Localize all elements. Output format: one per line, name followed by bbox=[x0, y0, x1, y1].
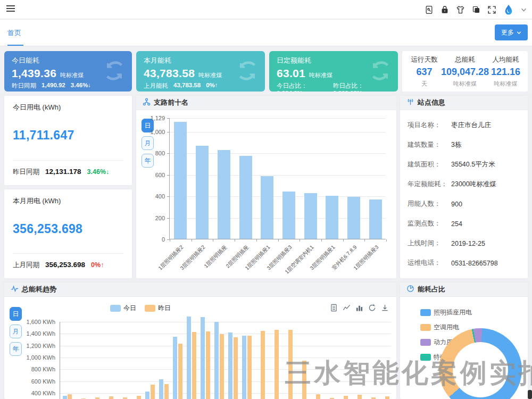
trend-bar-昨日[interactable] bbox=[68, 394, 72, 399]
tool-clipboard-icon[interactable] bbox=[425, 5, 434, 14]
card-value: 11,711.647 bbox=[13, 128, 123, 143]
panel-title: 能耗占比 bbox=[418, 285, 445, 294]
trend-bar-昨日[interactable] bbox=[358, 395, 362, 399]
copy-icon[interactable] bbox=[472, 5, 480, 14]
trend-bar-今日[interactable] bbox=[242, 336, 246, 399]
org-chart-icon bbox=[143, 98, 151, 107]
panel-title: 支路前十名 bbox=[154, 98, 188, 107]
menu-toggle-icon[interactable] bbox=[6, 5, 15, 13]
kpi-card-today-energy: 今日能耗 1,439.36吨标准煤 昨日同期1,490.923.46%↓ bbox=[4, 51, 132, 92]
trend-bar-今日[interactable] bbox=[173, 337, 177, 399]
trend-bar-昨日[interactable] bbox=[192, 332, 196, 399]
trend-bar-今日[interactable] bbox=[214, 322, 219, 399]
trend-bar-昨日[interactable] bbox=[316, 394, 320, 399]
trend-bar-今日[interactable] bbox=[187, 317, 191, 399]
branch-bar[interactable] bbox=[326, 196, 338, 239]
card-value: 356,253.698 bbox=[13, 222, 123, 236]
branch-bar[interactable] bbox=[196, 146, 209, 239]
pie-chart-icon bbox=[406, 285, 414, 294]
site-info-row: 项目名称：枣庄市台儿庄 bbox=[408, 115, 520, 135]
trend-bar-昨日[interactable] bbox=[95, 397, 99, 399]
trend-bar-昨日[interactable] bbox=[220, 334, 224, 399]
legend-item-yesterday[interactable]: 昨日 bbox=[145, 304, 171, 313]
trend-bar-昨日[interactable] bbox=[109, 396, 113, 399]
pie-legend-item[interactable]: 空调用电 bbox=[420, 323, 472, 332]
card-title: 本月用电 (kWh) bbox=[13, 196, 123, 206]
trend-bar-今日[interactable] bbox=[159, 379, 163, 399]
change-badge: 3.46%↓ bbox=[87, 168, 110, 176]
trend-bar-昨日[interactable] bbox=[261, 331, 265, 399]
trend-bar-昨日[interactable] bbox=[206, 331, 210, 399]
trend-bar-今日[interactable] bbox=[145, 392, 149, 399]
trend-bar-昨日[interactable] bbox=[275, 330, 279, 399]
trend-bar-今日[interactable] bbox=[63, 396, 67, 399]
refresh-cycle-icon bbox=[235, 59, 260, 85]
trend-bar-昨日[interactable] bbox=[178, 344, 182, 399]
bar-chart-toggle-icon[interactable] bbox=[355, 304, 363, 314]
stat-running-days: 运行天数 637 天 bbox=[408, 55, 441, 87]
kpi-unit: 吨标准煤 bbox=[198, 71, 222, 79]
month-electricity-card: 本月用电 (kWh) 356,253.698 上月同期 356,253.698 … bbox=[4, 189, 132, 278]
refresh-icon[interactable] bbox=[368, 304, 376, 314]
branch-bar[interactable] bbox=[369, 200, 382, 239]
summary-stats: 运行天数 637 天 总能耗 109,047.28 吨标准煤 人均能耗 121.… bbox=[402, 51, 528, 92]
kpi-unit: 吨标准煤 bbox=[309, 71, 332, 79]
energy-trend-panel: 总能耗趋势 日 月 年 今日 昨日 1,600 KWh1,400 KWh1,20… bbox=[4, 282, 396, 399]
refresh-cycle-icon bbox=[102, 59, 127, 85]
trend-bar-昨日[interactable] bbox=[385, 396, 389, 399]
card-title: 今日用电 (kWh) bbox=[13, 103, 123, 112]
branch-bar[interactable] bbox=[304, 193, 317, 239]
trend-bar-昨日[interactable] bbox=[344, 396, 348, 399]
trend-bar-昨日[interactable] bbox=[151, 385, 155, 399]
trend-bar-昨日[interactable] bbox=[247, 336, 252, 399]
download-icon[interactable] bbox=[381, 304, 389, 314]
trend-bar-昨日[interactable] bbox=[123, 397, 127, 399]
branch-bar[interactable] bbox=[218, 150, 230, 239]
trend-bar-昨日[interactable] bbox=[164, 384, 169, 399]
site-info-row: 上线时间：2019-12-25 bbox=[408, 234, 520, 253]
tab-home[interactable]: 首页 bbox=[7, 28, 21, 38]
line-chart-toggle-icon[interactable] bbox=[343, 304, 351, 314]
kpi-card-daily-quota-energy: 日定额能耗 63.01吨标准煤 今日占比：2,284.2% 昨日占比：2,366… bbox=[269, 51, 398, 92]
legend-item-today[interactable]: 今日 bbox=[110, 304, 136, 313]
branch-bar[interactable] bbox=[282, 192, 295, 239]
trend-bar-昨日[interactable] bbox=[288, 330, 293, 399]
branch-x-label: 1层照明插座 bbox=[203, 244, 229, 270]
branch-x-axis-labels: 1层照明插座23层照明插座21层照明插座2层照明插座1层照明插座13层照明插座3… bbox=[169, 244, 386, 276]
trend-bar-昨日[interactable] bbox=[137, 396, 141, 399]
trend-bar-昨日[interactable] bbox=[234, 337, 238, 399]
pie-legend-item[interactable]: 照明插座用电 bbox=[420, 308, 472, 317]
antenna-icon bbox=[406, 98, 414, 107]
stat-per-capita-energy: 人均能耗 121.16 吨标准煤 bbox=[489, 55, 522, 87]
logo-drop-icon[interactable] bbox=[503, 4, 514, 15]
trend-bar-chart[interactable] bbox=[60, 322, 391, 399]
branch-bar-chart[interactable] bbox=[169, 118, 386, 239]
more-button[interactable]: 更多 bbox=[495, 24, 528, 40]
trend-bar-昨日[interactable] bbox=[371, 397, 376, 399]
trend-bar-今日[interactable] bbox=[201, 317, 205, 399]
kpi-sub-ratio-today: 今日占比：2,284.2% bbox=[277, 82, 331, 92]
lock-icon[interactable] bbox=[440, 5, 449, 14]
data-view-icon[interactable] bbox=[330, 304, 338, 314]
chevron-down-icon[interactable] bbox=[521, 7, 527, 13]
scrollbar-thumb[interactable] bbox=[528, 390, 532, 399]
branch-top10-panel: 支路前十名 日 月 年 02004006008001,0001,129 1层照明… bbox=[136, 96, 396, 278]
kpi-value: 63.01 bbox=[277, 67, 305, 80]
trend-bar-今日[interactable] bbox=[228, 332, 232, 399]
chart-toolbar bbox=[330, 304, 389, 314]
kpi-value: 1,439.36 bbox=[12, 67, 56, 80]
kpi-sub-value: 1,490.92 bbox=[41, 82, 65, 90]
trend-bar-昨日[interactable] bbox=[302, 361, 306, 399]
panel-title: 总能耗趋势 bbox=[22, 285, 56, 294]
chevron-down-icon bbox=[517, 30, 521, 35]
site-info-row: 建筑数量：3栋 bbox=[408, 135, 520, 155]
energy-share-panel: 能耗占比 照明插座用电空调用电动力用电特殊用电 bbox=[400, 282, 528, 399]
theme-shirt-icon[interactable] bbox=[456, 5, 465, 14]
branch-bar[interactable] bbox=[261, 176, 273, 239]
compare-value: 12,131.178 bbox=[45, 168, 81, 176]
branch-bar[interactable] bbox=[239, 156, 252, 239]
branch-bar[interactable] bbox=[174, 122, 187, 239]
fullscreen-icon[interactable] bbox=[487, 5, 496, 14]
tab-active-indicator bbox=[7, 45, 23, 46]
branch-bar[interactable] bbox=[347, 197, 360, 239]
